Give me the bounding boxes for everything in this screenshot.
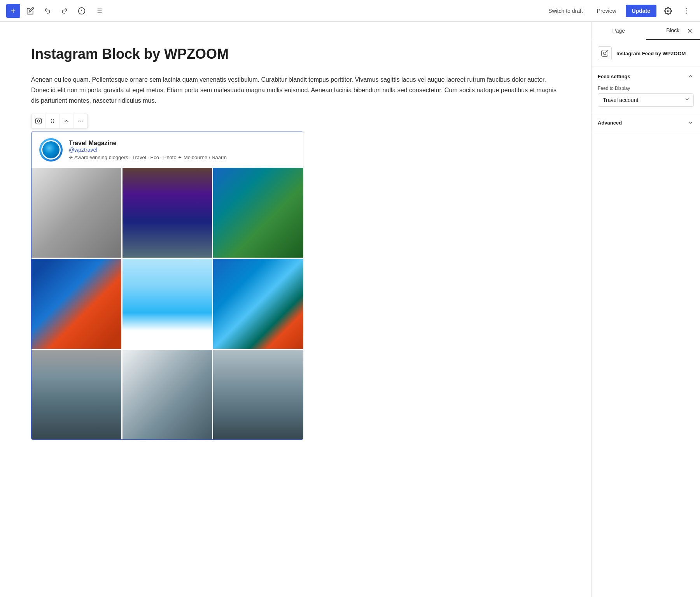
sidebar-tabs: Page Block: [592, 22, 700, 40]
switch-to-draft-button[interactable]: Switch to draft: [544, 5, 588, 17]
settings-gear-button[interactable]: [661, 4, 675, 18]
avatar: [39, 138, 63, 162]
svg-rect-27: [602, 50, 608, 57]
feed-select-wrapper: Travel accountDefault accountBusiness ac…: [598, 93, 694, 107]
svg-rect-13: [35, 118, 41, 124]
svg-point-19: [53, 121, 54, 121]
post-content: Aenean eu leo quam. Pellentesque ornare …: [31, 74, 560, 106]
feed-settings-title: Feed settings: [598, 74, 630, 79]
ig-photo-item: [213, 168, 303, 258]
ig-photo-item: [122, 350, 212, 440]
update-button[interactable]: Update: [626, 5, 656, 17]
ig-profile-name: Travel Magazine: [69, 140, 227, 147]
info-button[interactable]: [75, 4, 89, 18]
toolbar-left: +: [6, 4, 106, 18]
block-icon: [598, 46, 612, 60]
feed-settings-section: Feed settings Feed to Display Travel acc…: [592, 67, 700, 113]
ig-photo-item: [32, 259, 121, 349]
right-sidebar: Page Block Instagram Feed by WPZOOM Fe: [591, 22, 700, 597]
block-ig-icon-button[interactable]: [32, 114, 46, 128]
feed-settings-header[interactable]: Feed settings: [592, 67, 700, 86]
svg-point-29: [606, 51, 607, 52]
main-layout: Instagram Block by WPZOOM Aenean eu leo …: [0, 22, 700, 597]
svg-point-9: [667, 10, 669, 12]
advanced-header[interactable]: Advanced: [592, 113, 700, 132]
ig-photo-item: [122, 259, 212, 349]
ig-photo-item: [32, 350, 121, 440]
block-more-button[interactable]: [74, 114, 88, 128]
drag-handle-button[interactable]: [46, 114, 60, 128]
advanced-section: Advanced: [592, 113, 700, 132]
svg-point-15: [40, 119, 40, 120]
block-info: Instagram Feed by WPZOOM: [592, 40, 700, 67]
svg-point-20: [51, 122, 52, 123]
svg-point-23: [80, 121, 81, 121]
ig-photo-item: [213, 259, 303, 349]
ig-photo-item: [32, 168, 121, 258]
feed-to-display-select[interactable]: Travel accountDefault accountBusiness ac…: [598, 93, 694, 107]
undo-button[interactable]: [40, 4, 54, 18]
move-up-button[interactable]: [60, 114, 74, 128]
toolbar-right: Switch to draft Preview Update: [544, 4, 694, 18]
ig-bio: ✈ Award-winning bloggers · Travel · Eco …: [69, 155, 227, 160]
more-options-button[interactable]: [680, 4, 694, 18]
tab-page[interactable]: Page: [592, 22, 646, 40]
ig-photo-item: [213, 350, 303, 440]
ig-photo-grid: [32, 168, 303, 439]
ig-handle: @wpztravel: [69, 147, 227, 153]
svg-point-12: [686, 12, 688, 14]
instagram-block: Travel Magazine @wpztravel ✈ Award-winni…: [31, 132, 303, 440]
advanced-title: Advanced: [598, 120, 622, 126]
feed-settings-body: Feed to Display Travel accountDefault ac…: [592, 86, 700, 113]
avatar-image: [41, 140, 61, 160]
feed-to-display-label: Feed to Display: [598, 86, 694, 91]
svg-point-11: [686, 10, 688, 11]
preview-button[interactable]: Preview: [592, 5, 621, 17]
svg-point-17: [53, 119, 54, 120]
svg-point-24: [82, 121, 83, 121]
list-view-button[interactable]: [92, 4, 106, 18]
svg-point-22: [78, 121, 79, 121]
editor-area: Instagram Block by WPZOOM Aenean eu leo …: [0, 22, 591, 597]
svg-point-10: [686, 8, 688, 9]
ig-photo-item: [122, 168, 212, 258]
sidebar-close-button[interactable]: [684, 25, 695, 36]
block-toolbar: [31, 114, 88, 128]
add-block-button[interactable]: +: [6, 4, 20, 18]
svg-point-18: [51, 121, 52, 121]
ig-header: Travel Magazine @wpztravel ✈ Award-winni…: [32, 132, 303, 168]
svg-point-21: [53, 122, 54, 123]
top-toolbar: +: [0, 0, 700, 22]
edit-icon-button[interactable]: [23, 4, 37, 18]
ig-profile-info: Travel Magazine @wpztravel ✈ Award-winni…: [69, 140, 227, 160]
redo-button[interactable]: [58, 4, 72, 18]
post-title: Instagram Block by WPZOOM: [31, 45, 560, 63]
block-name-label: Instagram Feed by WPZOOM: [616, 51, 686, 56]
svg-point-14: [37, 120, 40, 122]
svg-point-28: [604, 52, 606, 55]
svg-point-16: [51, 119, 52, 120]
